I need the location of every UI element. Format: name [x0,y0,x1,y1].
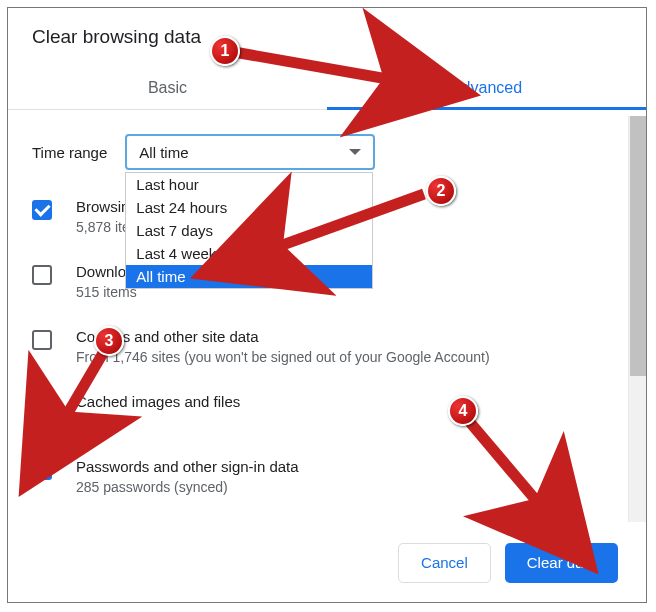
cancel-button-label: Cancel [421,554,468,571]
item-label: Cookies and other site data [76,328,490,345]
scrollbar-thumb[interactable] [630,116,646,376]
dialog-container: Clear browsing data Basic Advanced Time … [7,7,647,603]
checkbox-cached[interactable] [32,395,52,415]
dropdown-item[interactable]: Last hour [126,173,372,196]
list-item: Cached images and files 227 MB [32,393,628,430]
clear-data-button[interactable]: Clear data [505,543,618,583]
time-range-label: Time range [32,144,107,161]
item-text: Passwords and other sign-in data 285 pas… [76,458,299,495]
item-label: Passwords and other sign-in data [76,458,299,475]
item-text: Cached images and files 227 MB [76,393,240,430]
list-item: Cookies and other site data From 1,746 s… [32,328,628,365]
scroll-area: Time range All time Last hour Last 24 ho… [8,116,646,524]
list-item: Passwords and other sign-in data 285 pas… [32,458,628,495]
time-range-dropdown: Last hour Last 24 hours Last 7 days Last… [125,172,373,289]
dropdown-item[interactable]: Last 4 weeks [126,242,372,265]
checkbox-passwords[interactable] [32,460,52,480]
checkbox-download-history[interactable] [32,265,52,285]
dialog-footer: Cancel Clear data [8,522,646,602]
item-text: Cookies and other site data From 1,746 s… [76,328,490,365]
item-sub: 285 passwords (synced) [76,479,299,495]
tab-advanced[interactable]: Advanced [327,66,646,109]
time-range-select[interactable]: All time Last hour Last 24 hours Last 7 … [125,134,375,170]
dropdown-item[interactable]: Last 24 hours [126,196,372,219]
item-sub: From 1,746 sites (you won't be signed ou… [76,349,490,365]
time-range-row: Time range All time Last hour Last 24 ho… [32,134,628,170]
tab-advanced-label: Advanced [451,79,522,96]
item-sub: 227 MB [76,414,240,430]
chevron-down-icon [349,149,361,155]
tab-basic-label: Basic [148,79,187,96]
item-label: Cached images and files [76,393,240,410]
checkbox-browsing-history[interactable] [32,200,52,220]
content: Time range All time Last hour Last 24 ho… [8,116,628,545]
clear-data-button-label: Clear data [527,554,596,571]
time-range-value: All time [139,144,188,161]
dialog-title: Clear browsing data [8,8,646,66]
checkbox-cookies[interactable] [32,330,52,350]
dropdown-item-selected[interactable]: All time [126,265,372,288]
scrollbar[interactable] [628,116,646,524]
tab-basic[interactable]: Basic [8,66,327,109]
tabs: Basic Advanced [8,66,646,110]
cancel-button[interactable]: Cancel [398,543,491,583]
dropdown-item[interactable]: Last 7 days [126,219,372,242]
